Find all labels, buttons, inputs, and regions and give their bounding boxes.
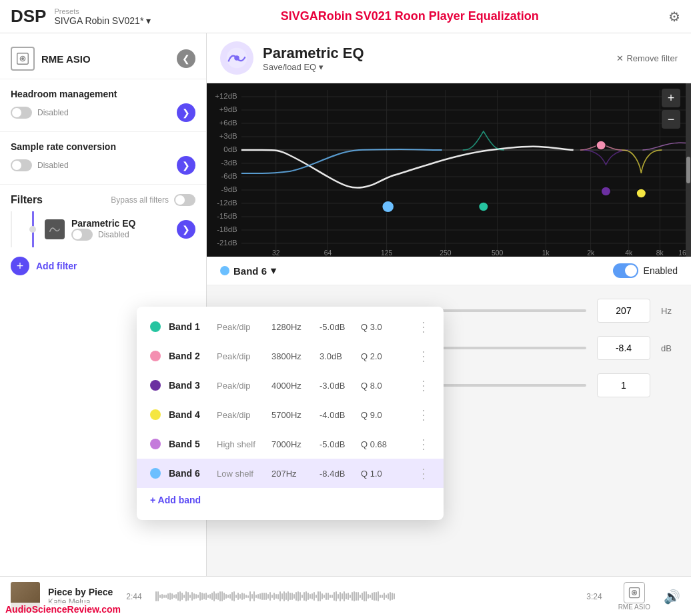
band-menu-icon[interactable]: ⋮	[417, 407, 430, 423]
asr-watermark: AudioScienceReview.com	[0, 603, 126, 616]
filter-item-left: Parametric EQ Disabled	[45, 218, 136, 241]
bypass-toggle[interactable]	[174, 194, 195, 206]
waveform-bar	[366, 591, 367, 601]
band-row[interactable]: Band 4 Peak/dip 5700Hz -4.0dB Q 9.0 ⋮	[137, 400, 444, 429]
sidebar-device: RME ASIO ❮	[0, 41, 206, 79]
band-freq: 207Hz	[271, 469, 311, 479]
band-menu-icon[interactable]: ⋮	[417, 319, 430, 335]
band-menu-icon[interactable]: ⋮	[417, 436, 430, 452]
waveform[interactable]	[155, 590, 574, 603]
band-enabled-toggle[interactable]	[613, 263, 638, 278]
remove-filter-button[interactable]: ✕ Remove filter	[616, 53, 678, 63]
page-title: SIVGARobin SV021 Roon Player Equalizatio…	[281, 9, 539, 23]
band-name: Band 6	[169, 468, 209, 479]
band-name: Band 5	[169, 439, 209, 449]
headroom-toggle[interactable]	[11, 107, 32, 119]
band-row[interactable]: Band 1 Peak/dip 1280Hz -5.0dB Q 3.0 ⋮	[137, 312, 444, 341]
band-menu-icon[interactable]: ⋮	[417, 348, 430, 364]
svg-point-53	[382, 201, 394, 213]
band-select-button[interactable]: Band 6 ▾	[220, 265, 276, 277]
speaker-icon	[11, 47, 35, 71]
eq-chart-svg: +12dB +9dB +6dB +3dB 0dB -3dB -6dB -9dB …	[207, 83, 691, 257]
q-input[interactable]: 1	[597, 373, 650, 397]
settings-button[interactable]: ⚙	[668, 9, 680, 25]
band-row[interactable]: Band 6 Low shelf 207Hz -8.4dB Q 1.0 ⋮	[137, 459, 444, 488]
waveform-bar	[223, 593, 225, 599]
band-name: Band 4	[169, 409, 209, 420]
sample-rate-status: Disabled	[37, 161, 69, 170]
presets-group: Presets SIVGA Robin SV021* ▾	[54, 7, 151, 26]
waveform-bar	[311, 593, 313, 600]
waveform-bar	[323, 595, 325, 598]
waveform-bar	[341, 593, 343, 599]
waveform-bar	[225, 594, 227, 599]
band-row[interactable]: Band 2 Peak/dip 3800Hz 3.0dB Q 2.0 ⋮	[137, 341, 444, 371]
sample-rate-toggle[interactable]	[11, 159, 32, 171]
band-menu-icon[interactable]: ⋮	[417, 377, 430, 393]
filter-expand-button[interactable]: ❯	[177, 220, 195, 239]
band-rows-container: Band 1 Peak/dip 1280Hz -5.0dB Q 3.0 ⋮ Ba…	[137, 312, 444, 488]
waveform-bar	[277, 594, 279, 599]
add-filter-row[interactable]: + Add filter	[0, 247, 206, 285]
enabled-row: Enabled	[613, 263, 678, 278]
add-band-label: + Add band	[150, 495, 201, 505]
waveform-bar	[287, 591, 289, 601]
waveform-bar	[269, 592, 271, 600]
enabled-label: Enabled	[644, 265, 678, 276]
waveform-bar	[348, 593, 349, 600]
filters-header: Filters Bypass all filters	[0, 185, 206, 211]
zoom-out-button[interactable]: −	[662, 110, 680, 129]
band-freq: 4000Hz	[271, 381, 311, 391]
waveform-bar	[201, 593, 203, 599]
svg-text:4k: 4k	[625, 249, 633, 257]
waveform-bar	[378, 591, 379, 601]
band-color-dot	[150, 439, 161, 449]
band-color-dot	[150, 321, 161, 332]
waveform-bar	[229, 594, 231, 599]
preset-name[interactable]: SIVGA Robin SV021* ▾	[54, 15, 151, 26]
zoom-in-button[interactable]: +	[662, 89, 680, 107]
headroom-expand-button[interactable]: ❯	[177, 103, 195, 122]
waveform-bar	[376, 592, 377, 601]
band-menu-icon[interactable]: ⋮	[417, 465, 430, 481]
filter-toggle[interactable]	[71, 229, 93, 241]
waveform-bar	[263, 593, 265, 599]
add-filter-label: Add filter	[36, 261, 77, 271]
filter-list: Parametric EQ Disabled ❯	[0, 211, 206, 247]
waveform-bar	[390, 592, 391, 601]
waveform-bar	[281, 593, 283, 600]
waveform-bar	[255, 595, 257, 598]
svg-text:1k: 1k	[542, 249, 550, 257]
waveform-bar	[329, 595, 331, 597]
volume-icon[interactable]: 🔊	[664, 589, 680, 605]
waveform-bar	[319, 591, 321, 601]
sample-rate-expand-button[interactable]: ❯	[177, 156, 195, 175]
chart-scrollbar[interactable]	[686, 83, 691, 257]
waveform-bar	[339, 592, 341, 601]
save-load-button[interactable]: Save/load EQ ▾	[263, 62, 364, 72]
svg-rect-5	[207, 83, 691, 257]
band-row[interactable]: Band 3 Peak/dip 4000Hz -3.0dB Q 8.0 ⋮	[137, 371, 444, 400]
svg-point-41	[601, 187, 611, 196]
waveform-bar	[245, 595, 247, 598]
svg-text:+9dB: +9dB	[219, 105, 237, 113]
waveform-bar	[362, 593, 363, 601]
hz-input[interactable]: 207	[597, 299, 650, 323]
db-input[interactable]: -8.4	[597, 336, 650, 360]
band-row[interactable]: Band 5 High shelf 7000Hz -5.0dB Q 0.68 ⋮	[137, 429, 444, 459]
waveform-bar	[189, 595, 191, 599]
eq-header-left: Parametric EQ Save/load EQ ▾	[220, 41, 364, 75]
waveform-bar	[181, 593, 183, 601]
svg-point-40	[479, 202, 489, 211]
waveform-bar	[197, 595, 199, 598]
waveform-bar	[392, 593, 393, 600]
eq-title: Parametric EQ	[263, 45, 364, 62]
band-type: Peak/dip	[217, 351, 263, 361]
waveform-bar	[167, 593, 169, 599]
add-band-button[interactable]: + Add band	[137, 488, 444, 512]
svg-point-42	[636, 189, 646, 198]
waveform-bar	[251, 594, 253, 599]
waveform-bar	[239, 594, 241, 598]
collapse-button[interactable]: ❮	[177, 49, 195, 68]
band-selector-area: Band 6 ▾ Enabled	[207, 257, 691, 285]
